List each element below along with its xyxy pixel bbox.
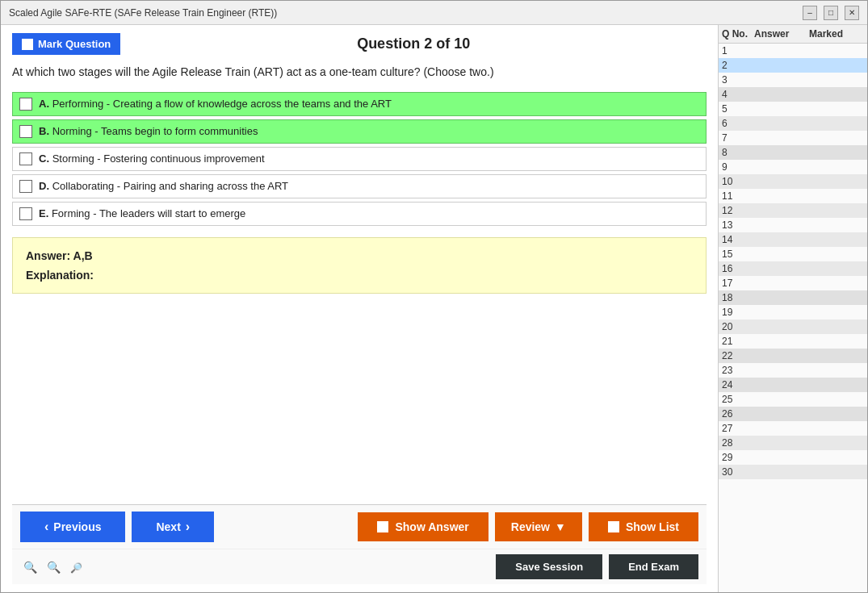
q-row[interactable]: 18 xyxy=(719,290,867,305)
mark-question-button[interactable]: Mark Question xyxy=(12,33,120,55)
q-row[interactable]: 28 xyxy=(719,436,867,450)
question-text: At which two stages will the Agile Relea… xyxy=(12,65,707,81)
zoom-normal-button[interactable]: 🔍 xyxy=(44,559,64,575)
q-row[interactable]: 27 xyxy=(719,421,867,436)
zoom-out-button[interactable]: 🔎 xyxy=(67,560,86,576)
title-bar: Scaled Agile SAFe-RTE (SAFe Release Trai… xyxy=(1,1,867,25)
review-label: Review xyxy=(511,520,550,533)
option-d-checkbox[interactable] xyxy=(19,180,32,193)
q-number: 23 xyxy=(722,365,754,376)
check-icon: ✓ xyxy=(608,521,619,532)
option-b[interactable]: B. Norming - Teams begin to form communi… xyxy=(12,119,707,144)
q-row[interactable]: 4 xyxy=(719,87,867,102)
session-buttons: Save Session End Exam xyxy=(496,554,698,579)
option-b-checkbox[interactable] xyxy=(19,125,32,138)
q-row[interactable]: 1 xyxy=(719,44,867,58)
main-panel: Mark Question Question 2 of 10 At which … xyxy=(1,25,718,592)
q-number: 2 xyxy=(722,60,754,71)
zoom-session-bar: 🔍 🔍 🔎 Save Session End Exam xyxy=(12,549,707,584)
q-row[interactable]: 14 xyxy=(719,232,867,247)
option-c[interactable]: C. Storming - Fostering continuous impro… xyxy=(12,147,707,171)
close-button[interactable]: ✕ xyxy=(845,6,859,20)
maximize-button[interactable]: □ xyxy=(824,6,838,20)
q-row[interactable]: 25 xyxy=(719,392,867,407)
option-b-text: B. Norming - Teams begin to form communi… xyxy=(39,125,258,137)
q-row[interactable]: 2 xyxy=(719,58,867,73)
q-number: 11 xyxy=(722,190,754,202)
zoom-controls: 🔍 🔍 🔎 xyxy=(20,559,86,575)
q-row[interactable]: 22 xyxy=(719,349,867,363)
option-e[interactable]: E. Forming - The leaders will start to e… xyxy=(12,202,707,226)
q-row[interactable]: 21 xyxy=(719,334,867,349)
q-number: 22 xyxy=(722,350,754,361)
q-row[interactable]: 20 xyxy=(719,319,867,334)
q-row[interactable]: 24 xyxy=(719,378,867,392)
q-row[interactable]: 6 xyxy=(719,116,867,131)
end-exam-button[interactable]: End Exam xyxy=(609,554,698,579)
option-c-checkbox[interactable] xyxy=(19,152,32,165)
option-e-checkbox[interactable] xyxy=(19,207,32,220)
q-row[interactable]: 16 xyxy=(719,261,867,276)
q-row[interactable]: 3 xyxy=(719,73,867,87)
q-row[interactable]: 30 xyxy=(719,465,867,479)
q-number: 13 xyxy=(722,219,754,231)
q-row[interactable]: 19 xyxy=(719,305,867,319)
chevron-right-icon: › xyxy=(186,520,190,534)
q-row[interactable]: 15 xyxy=(719,247,867,261)
q-number: 1 xyxy=(722,45,754,56)
option-d-text: D. Collaborating - Pairing and sharing a… xyxy=(39,180,288,192)
q-row[interactable]: 12 xyxy=(719,203,867,218)
q-row[interactable]: 7 xyxy=(719,131,867,145)
q-number: 4 xyxy=(722,89,754,100)
options-list: A. Performing - Creating a flow of knowl… xyxy=(12,92,707,226)
bookmark-icon xyxy=(22,39,33,50)
answer-text: Answer: A,B xyxy=(26,249,693,262)
option-e-text: E. Forming - The leaders will start to e… xyxy=(39,207,245,219)
next-button[interactable]: Next › xyxy=(132,512,214,542)
q-row[interactable]: 5 xyxy=(719,102,867,116)
option-a-checkbox[interactable] xyxy=(19,98,32,111)
previous-label: Previous xyxy=(53,520,101,533)
q-number: 16 xyxy=(722,263,754,274)
q-number: 24 xyxy=(722,379,754,390)
q-list[interactable]: 1 2 3 4 5 6 7 8 xyxy=(719,44,867,592)
q-number: 29 xyxy=(722,452,754,463)
q-number: 17 xyxy=(722,278,754,289)
mark-question-label: Mark Question xyxy=(38,38,111,50)
previous-button[interactable]: ‹ Previous xyxy=(20,512,125,542)
review-button[interactable]: Review ▼ xyxy=(495,512,582,541)
show-answer-button[interactable]: Show Answer xyxy=(358,512,488,541)
show-list-label: Show List xyxy=(626,520,679,533)
q-number: 6 xyxy=(722,118,754,129)
q-number: 28 xyxy=(722,437,754,449)
minimize-button[interactable]: – xyxy=(803,6,817,20)
q-row[interactable]: 23 xyxy=(719,363,867,378)
top-bar: Mark Question Question 2 of 10 xyxy=(12,33,707,55)
q-number: 7 xyxy=(722,132,754,144)
option-a-text: A. Performing - Creating a flow of knowl… xyxy=(39,98,392,110)
q-number: 19 xyxy=(722,307,754,318)
q-row[interactable]: 26 xyxy=(719,407,867,421)
q-number: 20 xyxy=(722,321,754,332)
q-list-container: 1 2 3 4 5 6 7 8 xyxy=(719,44,867,592)
q-number: 14 xyxy=(722,234,754,245)
q-row[interactable]: 9 xyxy=(719,160,867,174)
main-window: Scaled Agile SAFe-RTE (SAFe Release Trai… xyxy=(0,0,868,593)
q-row[interactable]: 10 xyxy=(719,174,867,189)
q-row[interactable]: 17 xyxy=(719,276,867,290)
save-session-button[interactable]: Save Session xyxy=(496,554,602,579)
bottom-bar: ‹ Previous Next › Show Answer Review ▼ xyxy=(12,504,707,549)
option-d[interactable]: D. Collaborating - Pairing and sharing a… xyxy=(12,174,707,198)
zoom-in-button[interactable]: 🔍 xyxy=(20,559,40,575)
marked-header: Marked xyxy=(809,28,864,40)
q-row[interactable]: 11 xyxy=(719,189,867,203)
window-controls: – □ ✕ xyxy=(803,6,859,20)
q-row[interactable]: 13 xyxy=(719,218,867,232)
q-row[interactable]: 8 xyxy=(719,145,867,160)
option-a[interactable]: A. Performing - Creating a flow of knowl… xyxy=(12,92,707,116)
next-label: Next xyxy=(156,520,180,533)
q-row[interactable]: 29 xyxy=(719,450,867,465)
q-number: 25 xyxy=(722,394,754,405)
show-list-button[interactable]: ✓ Show List xyxy=(589,512,698,541)
q-no-header: Q No. xyxy=(722,28,754,40)
